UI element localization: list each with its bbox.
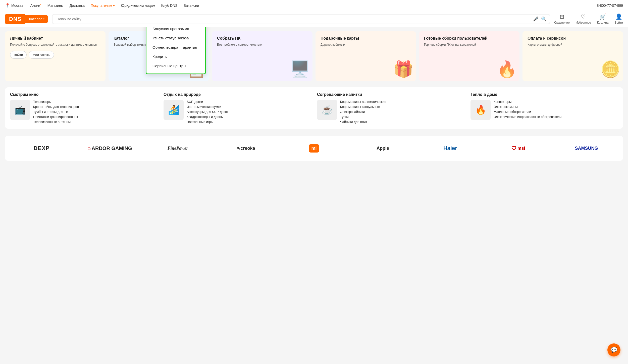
promo-card-personal: Личный кабинет Получайте бонусы, отслежи… (5, 31, 106, 81)
link-sup-acc[interactable]: Аксессуары для SUP-досок (187, 110, 228, 114)
brand-dexp[interactable]: DEXP (9, 141, 74, 156)
dropdown-item-credits[interactable]: Кредиты (146, 52, 205, 61)
link-pristavki[interactable]: Приставки для цифрового ТВ (33, 115, 79, 119)
brand-msi[interactable]: 🛡msi (486, 141, 551, 156)
promo-buildpc-desc: Без проблем с совместимостью (217, 43, 307, 47)
category-kino-title: Смотрим кино (10, 92, 158, 97)
my-orders-button[interactable]: Мои заказы (29, 51, 54, 59)
link-televisory[interactable]: Телевизоры (33, 100, 79, 104)
category-warm-links: Конвекторы Электрокамины Масляные обогре… (494, 100, 561, 120)
link-turki[interactable]: Турки (340, 115, 386, 119)
promo-payment-title: Оплата и сервисон (528, 36, 618, 41)
pc-icon: 🖥️ (290, 60, 310, 79)
category-outdoor: Отдых на природе 🏄 SUP-доски Изотермичес… (164, 92, 311, 124)
top-nav: 📍 Москва Акции● Магазины Доставка Покупа… (0, 0, 628, 11)
category-outdoor-links: SUP-доски Изотермические сумки Аксессуар… (187, 100, 228, 124)
main-header: DNS Каталог ▾ 🎤 🔍 ⊞ Сравнение ♡ Избранно… (0, 11, 628, 27)
favorites-label: Избранное (576, 21, 591, 24)
promo-card-assemble[interactable]: Готовые сборки пользователей Горячие сбо… (419, 31, 519, 81)
link-kofemash-avto[interactable]: Кофемашины автоматические (340, 100, 386, 104)
link-games[interactable]: Настольные игры (187, 120, 228, 124)
category-drinks-img: ☕ (317, 100, 337, 120)
login-button[interactable]: Войти (10, 51, 27, 59)
brand-mi-logo: mi (309, 144, 319, 153)
brand-mi[interactable]: mi (281, 141, 346, 156)
promo-card-gift[interactable]: Подарочные карты Дарите любимым 🎁 (316, 31, 416, 81)
link-kofemash-kaps[interactable]: Кофемашины капсульные (340, 105, 386, 109)
brand-msi-logo: 🛡msi (511, 145, 525, 151)
promo-buildpc-title: Собрать ПК (217, 36, 307, 41)
link-drony[interactable]: Квадрокоптеры и дроны (187, 115, 228, 119)
brands-section: DEXP ⬡ ARDOR GAMING FinePower ∿creoka mi (5, 136, 623, 161)
cart-action[interactable]: 🛒 Корзина (597, 14, 609, 24)
link-kronsheyny[interactable]: Кронштейны для телевизоров (33, 105, 79, 109)
mic-icon[interactable]: 🎤 (533, 16, 539, 22)
link-termos[interactable]: Изотермические сумки (187, 105, 228, 109)
category-outdoor-inner: 🏄 SUP-доски Изотермические сумки Аксессу… (164, 100, 311, 124)
compare-label: Сравнение (554, 21, 570, 24)
brand-ardor-logo: ⬡ ARDOR GAMING (87, 145, 132, 151)
category-kino: Смотрим кино 📺 Телевизоры Кронштейны для… (10, 92, 158, 124)
nav-vakansii[interactable]: Вакансии (184, 4, 199, 8)
link-infrakrasn[interactable]: Электрические инфракрасные обогреватели (494, 115, 561, 119)
link-tumby[interactable]: Тумбы и стойки для ТВ (33, 110, 79, 114)
login-label: Войти (614, 21, 623, 24)
search-bar: 🎤 🔍 (52, 14, 550, 24)
link-maslo[interactable]: Масляные обогреватели (494, 110, 561, 114)
nav-dostavka[interactable]: Доставка (70, 4, 85, 8)
link-sup[interactable]: SUP-доски (187, 100, 228, 104)
link-chainiki-plity[interactable]: Чайники для плит (340, 120, 386, 124)
dropdown-item-exchange[interactable]: Обмен, возврат, гарантия (146, 43, 205, 52)
link-elektrokaminy[interactable]: Электрокамины (494, 105, 561, 109)
brand-creoka[interactable]: ∿creoka (213, 141, 278, 156)
phone-number: 8-800-77-07-999 (597, 4, 623, 8)
brand-samsung[interactable]: SAMSUNG (554, 141, 619, 156)
nav-magaziny[interactable]: Магазины (47, 4, 64, 8)
brand-ardor[interactable]: ⬡ ARDOR GAMING (77, 141, 142, 156)
logo-catalog: DNS Каталог ▾ (5, 14, 48, 24)
promo-personal-btns: Войти Мои заказы (10, 51, 100, 59)
category-drinks-title: Согревающие напитки (317, 92, 464, 97)
coin-icon: 🪙 (600, 60, 620, 79)
promo-personal-desc: Получайте бонусы, отслеживайте заказы и … (10, 43, 100, 47)
brand-apple-logo: Apple (375, 146, 389, 151)
brand-finepower[interactable]: FinePower (145, 141, 210, 156)
compare-icon: ⊞ (560, 14, 564, 20)
category-outdoor-img: 🏄 (164, 100, 184, 120)
login-action[interactable]: 👤 Войти (614, 14, 623, 24)
nav-aktsii[interactable]: Акции● (30, 4, 41, 8)
favorites-icon: ♡ (581, 14, 586, 20)
category-kino-img: 📺 (10, 100, 30, 120)
dropdown-item-service[interactable]: Сервисные центры (146, 61, 205, 70)
search-icons: 🎤 🔍 (530, 16, 550, 22)
promo-card-payment[interactable]: Оплата и сервисон Карты оплаты цифровой … (522, 31, 623, 81)
search-input[interactable] (53, 15, 530, 24)
category-drinks-links: Кофемашины автоматические Кофемашины кап… (340, 100, 386, 124)
cart-label: Корзина (597, 21, 609, 24)
nav-dot: ● (40, 4, 41, 6)
promo-card-build-pc[interactable]: Собрать ПК Без проблем с совместимостью … (212, 31, 312, 81)
compare-action[interactable]: ⊞ Сравнение (554, 14, 570, 24)
link-konvektory[interactable]: Конвекторы (494, 100, 561, 104)
search-icon[interactable]: 🔍 (541, 16, 547, 22)
dropdown-item-order-status[interactable]: Узнать статус заказа (146, 33, 205, 43)
nav-pokupatelyam[interactable]: Покупателям ▾ (91, 4, 115, 8)
nav-klub[interactable]: Клуб DNS (161, 4, 178, 8)
header-actions: ⊞ Сравнение ♡ Избранное 🛒 Корзина 👤 Войт… (554, 14, 623, 24)
nav-yuridicheskim[interactable]: Юридическим лицам (121, 4, 155, 8)
brand-samsung-logo: SAMSUNG (575, 146, 598, 151)
promo-cards: Личный кабинет Получайте бонусы, отслежи… (5, 31, 623, 81)
categories-section: Смотрим кино 📺 Телевизоры Кронштейны для… (5, 87, 623, 129)
brand-haier[interactable]: Haier (418, 141, 483, 156)
catalog-button[interactable]: Каталог ▾ (25, 15, 48, 23)
main-content: Личный кабинет Получайте бонусы, отслежи… (0, 27, 628, 165)
brand-finepower-logo: FinePower (168, 146, 188, 151)
location-block[interactable]: 📍 Москва (5, 3, 23, 8)
brand-creoka-logo: ∿creoka (237, 145, 255, 151)
dns-logo[interactable]: DNS (5, 14, 25, 24)
brand-apple[interactable]: Apple (350, 141, 415, 156)
link-chainiki-el[interactable]: Электрочайники (340, 110, 386, 114)
link-antenny[interactable]: Телевизионные антенны (33, 120, 79, 124)
favorites-action[interactable]: ♡ Избранное (576, 14, 591, 24)
location-icon: 📍 (5, 3, 10, 8)
